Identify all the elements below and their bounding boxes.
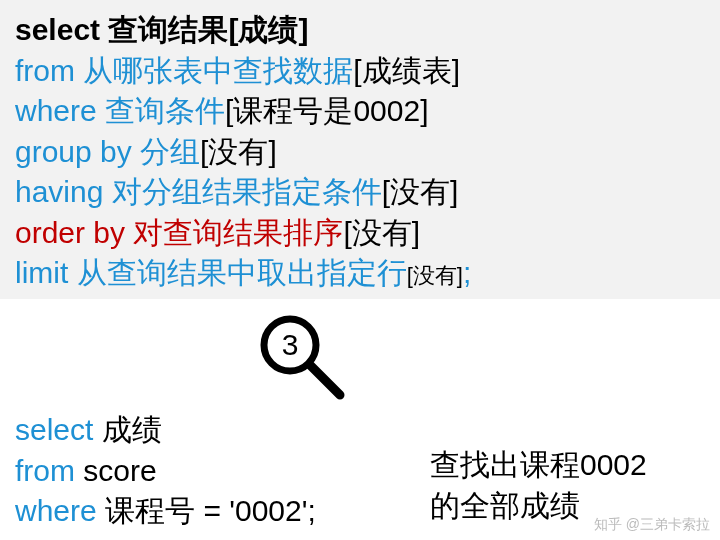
desc-limit: 从查询结果中取出指定行 <box>77 256 407 289</box>
kw-from: from <box>15 54 75 87</box>
note-line-1: 查找出课程0002 <box>430 445 647 486</box>
template-line-groupby: group by 分组[没有] <box>15 132 705 173</box>
kw-limit: limit <box>15 256 68 289</box>
magnifier-icon: 3 <box>260 315 350 405</box>
kw-orderby: order by <box>15 216 125 249</box>
sql-template-block: select 查询结果[成绩] from 从哪张表中查找数据[成绩表] wher… <box>0 0 720 299</box>
template-line-from: from 从哪张表中查找数据[成绩表] <box>15 51 705 92</box>
query-line-where: where 课程号 = '0002'; <box>15 491 316 532</box>
template-line-having: having 对分组结果指定条件[没有] <box>15 172 705 213</box>
template-line-limit: limit 从查询结果中取出指定行[没有]; <box>15 253 705 294</box>
desc-select: 查询结果 <box>108 13 228 46</box>
desc-having: 对分组结果指定条件 <box>112 175 382 208</box>
step-number: 3 <box>260 315 320 375</box>
desc-from: 从哪张表中查找数据 <box>83 54 353 87</box>
kw-select: select <box>15 13 100 46</box>
query-line-select: select 成绩 <box>15 410 316 451</box>
desc-orderby: 对查询结果排序 <box>133 216 343 249</box>
val-groupby: [没有] <box>200 135 277 168</box>
tail-limit: ; <box>463 256 471 289</box>
desc-groupby: 分组 <box>140 135 200 168</box>
query-line-from: from score <box>15 451 316 492</box>
watermark-text: 知乎 @三弟卡索拉 <box>594 516 710 534</box>
val-having: [没有] <box>382 175 459 208</box>
q-rest-select: 成绩 <box>102 413 162 446</box>
desc-where: 查询条件 <box>105 94 225 127</box>
val-select: [成绩] <box>228 13 308 46</box>
kw-groupby: group by <box>15 135 132 168</box>
q-rest-from: score <box>83 454 156 487</box>
template-line-orderby: order by 对查询结果排序[没有] <box>15 213 705 254</box>
kw-having: having <box>15 175 103 208</box>
note-block: 查找出课程0002 的全部成绩 <box>430 445 647 526</box>
q-kw-from: from <box>15 454 75 487</box>
q-rest-where: 课程号 = '0002'; <box>105 494 316 527</box>
template-line-select: select 查询结果[成绩] <box>15 10 705 51</box>
val-from: [成绩表] <box>353 54 460 87</box>
q-kw-select: select <box>15 413 93 446</box>
kw-where: where <box>15 94 97 127</box>
val-orderby: [没有] <box>343 216 420 249</box>
val-where: [课程号是0002] <box>225 94 428 127</box>
val-limit: [没有] <box>407 263 463 288</box>
q-kw-where: where <box>15 494 97 527</box>
sql-query-block: select 成绩 from score where 课程号 = '0002'; <box>15 410 316 532</box>
template-line-where: where 查询条件[课程号是0002] <box>15 91 705 132</box>
